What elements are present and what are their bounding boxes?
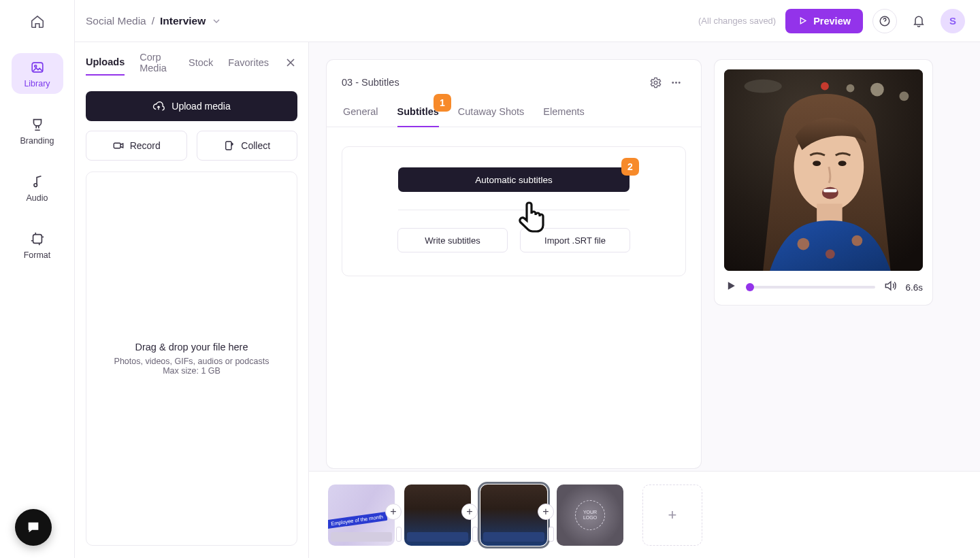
callout-badge-1: 1 (434, 94, 451, 112)
svg-point-24 (851, 235, 862, 246)
insert-handle[interactable]: + (461, 504, 478, 520)
pointer-cursor-icon (517, 200, 549, 240)
close-panel-button[interactable] (284, 56, 297, 71)
preview-button[interactable]: Preview (785, 9, 863, 33)
notifications-button[interactable] (906, 9, 931, 33)
automatic-subtitles-button[interactable]: Automatic subtitles 2 (398, 167, 630, 192)
timeline-clip[interactable]: Employee of the month + (328, 485, 395, 546)
editor-card: 03 - Subtitles General (327, 60, 701, 468)
tab-corp-media[interactable]: Corp Media (140, 52, 174, 80)
brush-icon (30, 117, 45, 132)
insert-handle[interactable]: + (385, 504, 402, 520)
svg-rect-3 (33, 235, 42, 244)
save-status: (All changes saved) (698, 16, 776, 26)
left-sidebar: Library Branding Audio Format (0, 0, 75, 558)
svg-point-19 (838, 161, 847, 166)
editor-tabs: General Subtitles 1 Cutaway Shots Elemen… (327, 99, 701, 127)
tab-stock[interactable]: Stock (189, 57, 213, 75)
etab-general[interactable]: General (343, 106, 378, 127)
nav-library[interactable]: Library (12, 53, 63, 94)
timeline-clip[interactable]: + (480, 485, 547, 546)
duration-label: 6.6s (905, 282, 923, 293)
nav-format[interactable]: Format (12, 225, 63, 265)
nav-audio[interactable]: Audio (12, 167, 63, 208)
gap-handle[interactable] (472, 527, 478, 542)
editor-title: 03 - Subtitles (342, 77, 399, 88)
upload-label: Upload media (172, 101, 230, 112)
write-subtitles-button[interactable]: Write subtitles (397, 228, 508, 252)
play-icon (724, 279, 738, 293)
etab-cutaway[interactable]: Cutaway Shots (458, 106, 525, 127)
divider (398, 210, 630, 210)
question-icon (879, 15, 891, 27)
clip-banner: Employee of the month (328, 511, 388, 528)
breadcrumb-parent: Social Media (86, 15, 146, 27)
progress-handle[interactable] (746, 283, 754, 291)
record-button[interactable]: Record (86, 131, 187, 161)
breadcrumb-current: Interview (160, 15, 206, 27)
drop-title: Drag & drop your file here (135, 342, 248, 352)
preview-button-label: Preview (813, 16, 851, 27)
svg-point-25 (826, 249, 835, 259)
collect-icon (223, 140, 235, 152)
svg-rect-5 (114, 143, 120, 148)
drop-sub2: Max size: 1 GB (163, 366, 220, 376)
svg-rect-21 (823, 189, 837, 193)
nav-label: Audio (27, 193, 48, 203)
avatar[interactable]: S (941, 9, 965, 33)
close-icon (284, 56, 297, 69)
svg-point-15 (899, 92, 909, 101)
gap-handle[interactable] (396, 527, 402, 542)
preview-thumbnail[interactable] (724, 69, 923, 271)
upload-media-button[interactable]: Upload media (86, 91, 297, 121)
chat-button[interactable] (15, 509, 52, 546)
record-label: Record (130, 140, 161, 151)
add-clip-button[interactable]: + (642, 485, 702, 546)
progress-bar[interactable] (746, 286, 875, 289)
svg-point-9 (675, 82, 677, 84)
timeline-clip[interactable]: YOUR LOGO (557, 485, 623, 546)
nav-label: Format (24, 250, 51, 260)
nav-branding[interactable]: Branding (12, 110, 63, 151)
svg-point-12 (745, 80, 782, 93)
gap-handle[interactable] (549, 527, 554, 542)
collect-button[interactable]: Collect (197, 131, 298, 161)
collect-label: Collect (241, 140, 270, 151)
etab-elements[interactable]: Elements (543, 106, 584, 127)
home-icon (30, 14, 45, 29)
etab-subtitles[interactable]: Subtitles 1 (397, 106, 439, 127)
play-button[interactable] (724, 279, 738, 295)
svg-point-23 (798, 238, 810, 250)
library-panel: Uploads Corp Media Stock Favorites Uploa… (75, 42, 309, 558)
preview-card: 6.6s (715, 60, 932, 305)
svg-point-16 (821, 82, 829, 91)
topbar: Social Media / Interview (All changes sa… (75, 0, 980, 42)
cloud-upload-icon (152, 100, 165, 112)
subtitles-options: Automatic subtitles 2 Write subtitles Im… (342, 146, 686, 276)
svg-rect-6 (226, 142, 231, 150)
more-icon (670, 76, 683, 89)
svg-point-10 (678, 82, 680, 84)
editor-settings-button[interactable] (645, 72, 666, 93)
insert-handle[interactable]: + (538, 504, 554, 520)
tab-uploads[interactable]: Uploads (86, 56, 125, 76)
breadcrumb[interactable]: Social Media / Interview (86, 15, 222, 27)
chevron-down-icon (211, 16, 222, 27)
timeline-clip[interactable]: + (404, 485, 471, 546)
dropzone[interactable]: Drag & drop your file here Photos, video… (86, 171, 297, 546)
svg-point-18 (813, 161, 821, 166)
play-icon (798, 16, 808, 26)
svg-point-7 (654, 81, 657, 84)
tab-favorites[interactable]: Favorites (228, 57, 269, 75)
home-button[interactable] (25, 10, 50, 34)
svg-point-8 (672, 82, 674, 84)
editor-more-button[interactable] (666, 72, 686, 93)
crop-icon (30, 231, 45, 246)
timeline: Employee of the month + + + (309, 471, 980, 558)
nav-label: Library (24, 79, 50, 88)
volume-button[interactable] (883, 279, 897, 295)
nav-label: Branding (20, 136, 54, 146)
help-button[interactable] (872, 9, 897, 33)
svg-point-20 (822, 187, 838, 199)
gear-icon (649, 76, 662, 89)
